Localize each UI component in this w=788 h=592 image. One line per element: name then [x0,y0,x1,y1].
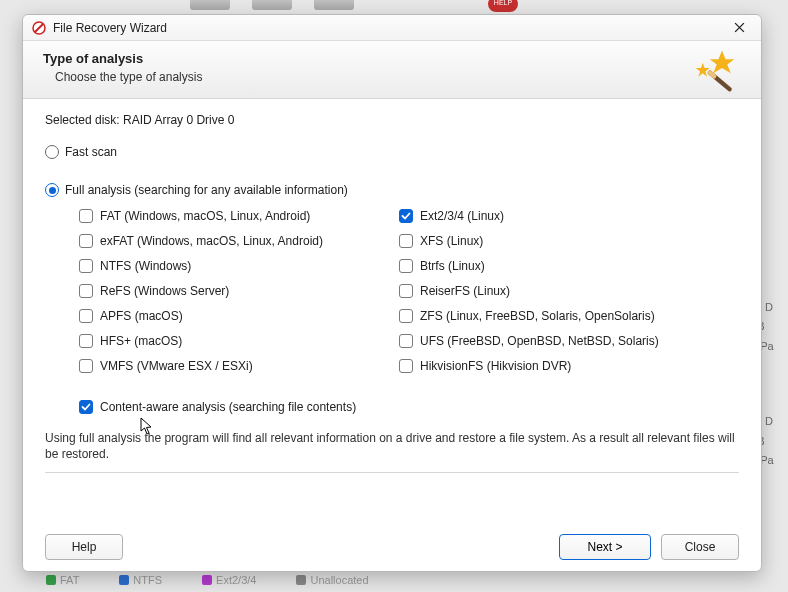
filesystem-checkbox-reiser[interactable]: ReiserFS (Linux) [399,278,719,303]
legend-label: Unallocated [310,574,368,586]
checkbox-icon [399,284,413,298]
next-button[interactable]: Next > [559,534,651,560]
swatch-unallocated [296,575,306,585]
wizard-content: Selected disk: RAID Array 0 Drive 0 Fast… [23,99,761,523]
checkbox-icon [79,284,93,298]
wizard-header: Type of analysis Choose the type of anal… [23,41,761,99]
filesystem-label: exFAT (Windows, macOS, Linux, Android) [100,234,323,248]
filesystem-label: Ext2/3/4 (Linux) [420,209,504,223]
checkbox-icon [399,209,413,223]
svg-marker-3 [696,63,710,77]
filesystem-checkbox-ufs[interactable]: UFS (FreeBSD, OpenBSD, NetBSD, Solaris) [399,328,719,353]
legend-label: Ext2/3/4 [216,574,256,586]
radio-icon [45,145,59,159]
filesystem-column-right: Ext2/3/4 (Linux)XFS (Linux)Btrfs (Linux)… [399,203,719,378]
filesystem-label: ReiserFS (Linux) [420,284,510,298]
radio-icon [45,183,59,197]
bg-disk-icon [190,0,230,10]
checkbox-icon [399,309,413,323]
filesystem-label: XFS (Linux) [420,234,483,248]
content-aware-label: Content-aware analysis (searching file c… [100,400,356,414]
filesystem-checkbox-fat[interactable]: FAT (Windows, macOS, Linux, Android) [79,203,399,228]
filesystem-checkbox-exfat[interactable]: exFAT (Windows, macOS, Linux, Android) [79,228,399,253]
filesystem-checkbox-ext[interactable]: Ext2/3/4 (Linux) [399,203,719,228]
filesystem-label: HFS+ (macOS) [100,334,182,348]
magic-wand-icon [687,47,743,103]
app-icon [31,20,47,36]
fast-scan-radio[interactable]: Fast scan [45,145,739,159]
close-dialog-button[interactable]: Close [661,534,739,560]
help-button[interactable]: Help [45,534,123,560]
full-analysis-label: Full analysis (searching for any availab… [65,183,348,197]
titlebar: File Recovery Wizard [23,15,761,41]
filesystem-checkbox-xfs[interactable]: XFS (Linux) [399,228,719,253]
checkbox-icon [79,309,93,323]
swatch-fat [46,575,56,585]
checkbox-icon [79,259,93,273]
filesystem-label: Btrfs (Linux) [420,259,485,273]
analysis-description: Using full analysis the program will fin… [45,430,739,462]
filesystem-label: HikvisionFS (Hikvision DVR) [420,359,571,373]
bg-disk-icon [252,0,292,10]
filesystem-checkbox-ntfs[interactable]: NTFS (Windows) [79,253,399,278]
checkbox-icon [79,234,93,248]
filesystem-checkbox-btrfs[interactable]: Btrfs (Linux) [399,253,719,278]
swatch-ntfs [119,575,129,585]
checkbox-icon [79,334,93,348]
filesystem-column-left: FAT (Windows, macOS, Linux, Android)exFA… [79,203,399,378]
filesystem-checkbox-zfs[interactable]: ZFS (Linux, FreeBSD, Solaris, OpenSolari… [399,303,719,328]
filesystem-checkbox-apfs[interactable]: APFS (macOS) [79,303,399,328]
window-title: File Recovery Wizard [53,21,725,35]
checkbox-icon [399,359,413,373]
background-legend: FAT NTFS Ext2/3/4 Unallocated [46,574,369,586]
filesystem-label: ReFS (Windows Server) [100,284,229,298]
selected-disk-prefix: Selected disk: [45,113,120,127]
button-bar: Help Next > Close [23,523,761,571]
filesystem-label: FAT (Windows, macOS, Linux, Android) [100,209,310,223]
swatch-ext [202,575,212,585]
page-subtitle: Choose the type of analysis [55,70,671,84]
checkbox-icon [399,334,413,348]
filesystem-label: ZFS (Linux, FreeBSD, Solaris, OpenSolari… [420,309,655,323]
filesystem-label: APFS (macOS) [100,309,183,323]
checkbox-icon [399,234,413,248]
legend-label: FAT [60,574,79,586]
filesystem-label: VMFS (VMware ESX / ESXi) [100,359,253,373]
full-analysis-radio[interactable]: Full analysis (searching for any availab… [45,183,739,197]
filesystem-grid: FAT (Windows, macOS, Linux, Android)exFA… [79,203,739,378]
file-recovery-wizard-dialog: File Recovery Wizard Type of analysis Ch… [22,14,762,572]
bg-help-button: HELP [488,0,518,12]
selected-disk-value: RAID Array 0 Drive 0 [123,113,234,127]
close-icon [734,22,745,33]
filesystem-checkbox-vmfs[interactable]: VMFS (VMware ESX / ESXi) [79,353,399,378]
filesystem-label: UFS (FreeBSD, OpenBSD, NetBSD, Solaris) [420,334,659,348]
legend-label: NTFS [133,574,162,586]
fast-scan-label: Fast scan [65,145,117,159]
close-button[interactable] [725,18,753,38]
filesystem-label: NTFS (Windows) [100,259,191,273]
filesystem-checkbox-hikfs[interactable]: HikvisionFS (Hikvision DVR) [399,353,719,378]
selected-disk-label: Selected disk: RAID Array 0 Drive 0 [45,113,739,127]
bg-disk-icon [314,0,354,10]
checkbox-icon [399,259,413,273]
separator [45,472,739,473]
svg-marker-2 [710,51,735,74]
checkbox-icon [79,209,93,223]
page-title: Type of analysis [43,51,671,66]
content-aware-checkbox[interactable]: Content-aware analysis (searching file c… [79,400,739,414]
filesystem-checkbox-refs[interactable]: ReFS (Windows Server) [79,278,399,303]
filesystem-checkbox-hfs[interactable]: HFS+ (macOS) [79,328,399,353]
checkbox-icon [79,359,93,373]
checkbox-icon [79,400,93,414]
